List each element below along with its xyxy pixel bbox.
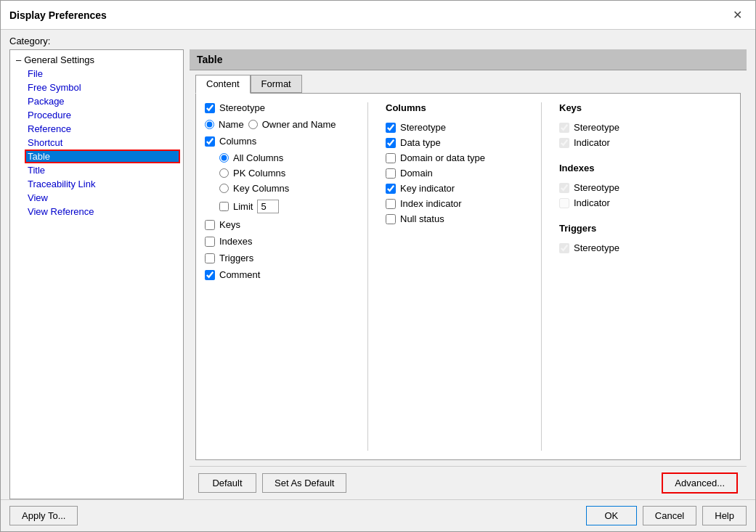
limit-input[interactable] bbox=[257, 200, 279, 213]
col-domain-datatype-checkbox[interactable] bbox=[386, 153, 396, 163]
sidebar-item-free-symbol[interactable]: Free Symbol bbox=[25, 81, 180, 94]
sidebar-item-shortcut[interactable]: Shortcut bbox=[25, 136, 180, 150]
col-domain-label: Domain bbox=[400, 168, 433, 179]
col-domain-datatype-label: Domain or data type bbox=[400, 152, 485, 163]
panel-title: Table bbox=[190, 49, 747, 70]
key-columns-radio[interactable] bbox=[219, 184, 229, 193]
keys-indicator-checkbox[interactable] bbox=[559, 138, 569, 148]
dialog-title: Display Preferences bbox=[9, 9, 107, 21]
indexes-label: Indexes bbox=[219, 236, 253, 247]
default-button[interactable]: Default bbox=[198, 473, 256, 493]
divider-right bbox=[541, 102, 542, 451]
apply-to-button[interactable]: Apply To... bbox=[9, 506, 78, 525]
cancel-button[interactable]: Cancel bbox=[643, 506, 696, 525]
triggers-checkbox[interactable] bbox=[205, 253, 215, 263]
advanced-button[interactable]: Advanced... bbox=[662, 472, 738, 494]
sidebar-item-traceability-link[interactable]: Traceability Link bbox=[25, 177, 180, 191]
dialog-window: Display Preferences ✕ Category: – Genera… bbox=[0, 0, 756, 532]
triggers-stereotype-checkbox[interactable] bbox=[559, 243, 569, 253]
indexes-checkboxes: Stereotype Indicator bbox=[559, 182, 661, 208]
main-area: – General Settings File Free Symbol Pack… bbox=[1, 49, 755, 499]
col-stereotype-row: Stereotype bbox=[386, 122, 524, 133]
col-key-indicator-label: Key indicator bbox=[400, 183, 455, 194]
sidebar-item-view-reference[interactable]: View Reference bbox=[25, 205, 180, 218]
sidebar-item-package[interactable]: Package bbox=[25, 94, 180, 108]
limit-checkbox[interactable] bbox=[219, 202, 229, 211]
close-button[interactable]: ✕ bbox=[728, 7, 747, 23]
pk-columns-row: PK Columns bbox=[219, 168, 350, 179]
columns-checkbox[interactable] bbox=[205, 136, 215, 147]
all-columns-row: All Columns bbox=[219, 152, 350, 163]
owner-name-radio[interactable] bbox=[248, 120, 258, 129]
indexes-stereotype-label: Stereotype bbox=[574, 182, 619, 193]
triggers-label: Triggers bbox=[219, 253, 253, 263]
col-key-indicator-checkbox[interactable] bbox=[386, 184, 396, 194]
keys-row: Keys bbox=[205, 219, 350, 230]
indexes-indicator-checkbox[interactable] bbox=[559, 198, 569, 208]
tree-panel: – General Settings File Free Symbol Pack… bbox=[9, 49, 184, 499]
left-buttons: Default Set As Default bbox=[198, 473, 346, 493]
keys-checkboxes: Stereotype Indicator bbox=[559, 122, 661, 148]
col-null-status-checkbox[interactable] bbox=[386, 214, 396, 224]
sidebar-item-file[interactable]: File bbox=[25, 67, 180, 81]
owner-name-radio-label: Owner and Name bbox=[262, 119, 336, 130]
help-button[interactable]: Help bbox=[702, 506, 747, 525]
name-radio[interactable] bbox=[205, 120, 214, 129]
sidebar-item-table[interactable]: Table bbox=[25, 150, 180, 163]
divider-left bbox=[367, 102, 368, 451]
triggers-stereotype-row: Stereotype bbox=[559, 242, 661, 253]
sidebar-item-view[interactable]: View bbox=[25, 191, 180, 205]
pk-columns-label: PK Columns bbox=[233, 168, 285, 179]
col-index-indicator-checkbox[interactable] bbox=[386, 199, 396, 209]
category-label: Category: bbox=[1, 30, 755, 49]
keys-checkbox[interactable] bbox=[205, 220, 215, 230]
indexes-checkbox[interactable] bbox=[205, 237, 215, 247]
indexes-indicator-row: Indicator bbox=[559, 197, 661, 208]
columns-section-header: Columns bbox=[386, 102, 524, 113]
columns-label: Columns bbox=[219, 136, 256, 147]
right-section: Keys Stereotype Indicator bbox=[559, 102, 661, 451]
tree-root-general-settings[interactable]: – General Settings bbox=[13, 53, 180, 67]
stereotype-row: Stereotype bbox=[205, 102, 350, 113]
col-null-status-label: Null status bbox=[400, 213, 444, 224]
all-columns-label: All Columns bbox=[233, 152, 283, 163]
indexes-section-header: Indexes bbox=[559, 163, 661, 173]
limit-label: Limit bbox=[233, 201, 253, 212]
comment-checkbox[interactable] bbox=[205, 270, 215, 280]
dialog-body: Category: – General Settings File Free S… bbox=[1, 30, 755, 531]
keys-stereotype-checkbox[interactable] bbox=[559, 123, 569, 133]
footer: Apply To... OK Cancel Help bbox=[1, 499, 755, 531]
triggers-section-header: Triggers bbox=[559, 223, 661, 234]
col-key-indicator-row: Key indicator bbox=[386, 183, 524, 194]
tab-content[interactable]: Content bbox=[195, 75, 251, 94]
triggers-stereotype-label: Stereotype bbox=[574, 242, 619, 253]
col-stereotype-checkbox[interactable] bbox=[386, 123, 396, 133]
limit-row: Limit bbox=[205, 200, 350, 213]
left-column: Stereotype Name Owner and Name Columns bbox=[205, 102, 350, 451]
tree-root-label: General Settings bbox=[24, 54, 94, 65]
col-domain-row: Domain bbox=[386, 168, 524, 179]
tabs-bar: Content Format bbox=[190, 70, 747, 93]
content-panel: Table Content Format Stereotype bbox=[190, 49, 747, 499]
sidebar-item-title[interactable]: Title bbox=[25, 163, 180, 177]
keys-indicator-label: Indicator bbox=[574, 137, 610, 148]
sidebar-item-procedure[interactable]: Procedure bbox=[25, 108, 180, 122]
col-domain-checkbox[interactable] bbox=[386, 168, 396, 179]
indexes-stereotype-row: Stereotype bbox=[559, 182, 661, 193]
set-as-default-button[interactable]: Set As Default bbox=[262, 473, 346, 493]
col-datatype-checkbox[interactable] bbox=[386, 138, 396, 148]
col-domain-datatype-row: Domain or data type bbox=[386, 152, 524, 163]
key-columns-row: Key Columns bbox=[219, 183, 350, 194]
key-columns-label: Key Columns bbox=[233, 183, 289, 194]
title-bar: Display Preferences ✕ bbox=[1, 1, 755, 30]
tab-format[interactable]: Format bbox=[251, 75, 302, 93]
ok-button[interactable]: OK bbox=[586, 506, 637, 525]
col-datatype-label: Data type bbox=[400, 137, 441, 148]
stereotype-checkbox[interactable] bbox=[205, 103, 215, 113]
indexes-stereotype-checkbox[interactable] bbox=[559, 183, 569, 193]
sidebar-item-reference[interactable]: Reference bbox=[25, 122, 180, 136]
all-columns-radio[interactable] bbox=[219, 153, 229, 163]
name-row: Name Owner and Name bbox=[205, 119, 350, 130]
col-stereotype-label: Stereotype bbox=[400, 122, 446, 133]
pk-columns-radio[interactable] bbox=[219, 168, 229, 178]
